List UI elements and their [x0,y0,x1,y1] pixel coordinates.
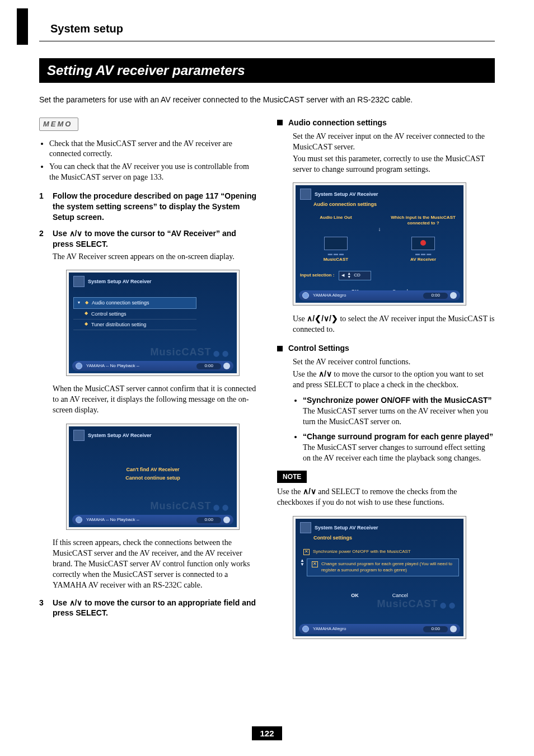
device-icon [411,237,435,250]
input-selection-row: Input selection : ▲▼ CD [300,271,459,280]
screen-subtitle: Control settings [313,534,459,541]
check-label: Change surround program for each genre p… [321,561,454,574]
status-time: 0:00 [423,293,448,299]
status-icon [76,363,82,369]
memo-item: Check that the MusicCAST server and the … [49,139,257,160]
arrow-glyph: ∧/∨ [69,598,83,607]
note-a: Use the [277,487,303,496]
status-bar: YAMAHA -- No Playback -- 0:00 [72,361,233,371]
step-body: Use ∧/∨ to move the cursor to “AV Receiv… [53,228,257,591]
status-text: YAMAHA Allegro [313,293,346,299]
breadcrumb-text: System Setup AV Receiver [88,432,152,439]
check-row-1[interactable]: ✕ Synchronize power ON/OFF with the Musi… [303,549,459,555]
audio-line-out-label: Audio Line Out [300,215,372,227]
screenshot-control-settings: System Setup AV Receiver Control setting… [293,516,466,639]
bullet-body: The MusicCAST server changes to surround… [303,443,485,462]
grip-icon [450,292,457,299]
watermark: MusicCAST [150,345,229,359]
step-body: Use ∧/∨ to move the cursor to an appropr… [53,598,257,619]
note-label: NOTE [277,471,307,483]
screenshot-audio-connection: System Setup AV Receiver Audio connectio… [293,182,466,306]
device-avreceiver: ▬ ▬ ▬ AV Receiver [387,237,459,264]
input-selection-field[interactable]: ▲▼ CD [339,271,371,280]
check-row-2[interactable]: ✕ Change surround program for each genre… [307,558,459,576]
grip-icon [450,626,457,632]
grip-icon [223,516,230,523]
status-left: YAMAHA Allegro [302,292,346,299]
arrow-glyph: ∧/∨ [318,369,332,378]
step-3: 3 Use ∧/∨ to move the cursor to an appro… [39,598,257,619]
menu-label: Tuner distribution setting [91,321,146,328]
cs-p2-a: Use the [293,370,318,378]
side-tab [17,8,28,45]
input-selection-label: Input selection : [300,273,334,279]
page: System setup Setting AV receiver paramet… [0,0,534,756]
page-title: Setting AV receiver parameters [39,58,495,83]
device-feet: ▬ ▬ ▬ [387,251,459,257]
screen-breadcrumb: System Setup AV Receiver [300,522,459,533]
memo-item: You can check that the AV receiver you u… [49,162,257,183]
device-musiccast: ▬ ▬ ▬ MusicCAST [300,237,372,264]
down-arrow-icon: ↓ [300,226,459,233]
status-time: 0:00 [196,517,221,523]
step-title: Follow the procedure described on page 1… [53,191,257,223]
memo-list: Check that the MusicCAST server and the … [39,139,257,184]
menu-item-control-settings[interactable]: ◆ Control settings [73,309,196,320]
page-number-wrap: 122 [0,726,534,740]
status-text: YAMAHA -- No Playback -- [86,517,139,523]
grip-icon [223,363,230,369]
status-left: YAMAHA -- No Playback -- [76,516,139,523]
arrow-glyph: ∧/∨ [303,487,316,496]
status-icon [76,516,82,523]
page-number: 122 [252,726,282,740]
info-icon [73,276,85,287]
screenshot-av-receiver-menu: System Setup AV Receiver ▾ ◆ Audio conne… [66,270,240,376]
menu-item-tuner-dist[interactable]: ◆ Tuner distribution setting [73,320,196,330]
acs-heading: Audio connection settings [277,118,495,128]
status-time: 0:00 [196,363,221,369]
square-icon [277,120,283,125]
step-title-a: Use [53,598,69,607]
checkbox-icon[interactable]: ✕ [312,561,318,567]
screen-breadcrumb: System Setup AV Receiver [300,189,459,200]
intro-text: Set the parameters for use with an AV re… [39,95,495,104]
step-desc: The AV Receiver screen appears on the on… [53,252,257,262]
after-error-text: If this screen appears, check the connec… [53,538,257,590]
status-left: YAMAHA -- No Playback -- [76,363,139,369]
step-number: 3 [39,598,53,619]
acs-p1: Set the AV receiver input on the AV rece… [293,132,495,153]
acs-title: Audio connection settings [288,118,387,128]
acs-after-text: Use ∧/❮/∨/❯ to select the AV receiver in… [293,313,495,335]
menu-item-audio-connection[interactable]: ▾ ◆ Audio connection settings [73,297,196,308]
screen: System Setup AV Receiver Control setting… [296,519,463,636]
step-title: Use ∧/∨ to move the cursor to an appropr… [53,598,257,619]
step-body: Follow the procedure described on page 1… [53,191,257,223]
check-row-2-wrap: ▲▼ ✕ Change surround program for each ge… [300,558,459,576]
square-icon [277,346,283,351]
acs-labels: Audio Line Out Which input is the MusicC… [300,215,459,227]
diamond-icon: ◆ [85,311,88,317]
diamond-icon: ◆ [85,300,88,306]
status-bar: YAMAHA Allegro 0:00 [299,624,460,634]
header-rule [39,41,495,41]
checkbox-icon[interactable]: ✕ [303,549,310,555]
screen-breadcrumb: System Setup AV Receiver [73,430,232,441]
screen: System Setup AV Receiver Can't find AV R… [69,426,237,527]
menu-list: ▾ ◆ Audio connection settings ◆ Control … [73,297,196,330]
device-feet: ▬ ▬ ▬ [300,251,372,257]
columns: MEMO Check that the MusicCAST server and… [39,118,495,647]
cs-heading: Control Settings [277,343,495,354]
scroll-caret-icon: ▾ [76,300,82,306]
which-input-label: Which input is the MusicCAST connected t… [387,215,459,227]
watermark: MusicCAST [377,597,456,611]
device-caption: MusicCAST [300,257,372,263]
ok-button[interactable]: OK [351,592,359,599]
memo-label: MEMO [39,118,78,131]
status-time: 0:00 [423,626,448,632]
status-text: YAMAHA -- No Playback -- [86,363,139,369]
breadcrumb-text: System Setup AV Receiver [315,191,378,198]
device-icon [324,237,348,250]
cs-bullets: “Synchronize power ON/OFF with the Music… [293,395,495,464]
error-line-2: Cannot continue setup [69,474,237,482]
cs-bullet-2: “Change surround program for each genre … [303,431,495,464]
